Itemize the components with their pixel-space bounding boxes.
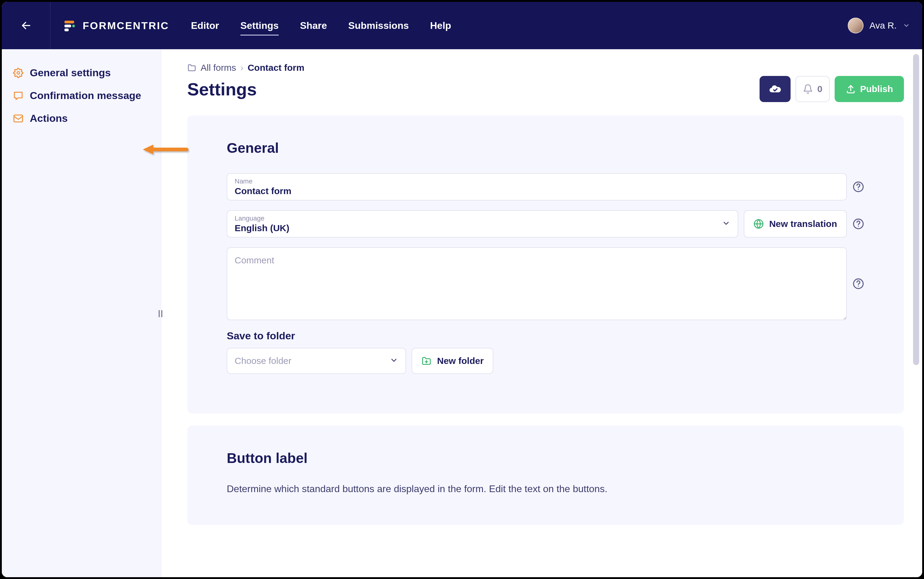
sidebar-item-label: Actions: [30, 113, 68, 124]
new-folder-label: New folder: [437, 356, 483, 366]
scrollbar-thumb[interactable]: [913, 54, 919, 365]
nav-help[interactable]: Help: [430, 18, 451, 34]
title-actions: 0 Publish: [760, 76, 904, 102]
breadcrumb: All forms › Contact form: [187, 62, 904, 73]
folder-select[interactable]: Choose folder: [227, 348, 406, 374]
svg-point-5: [17, 71, 20, 74]
cloud-save-button[interactable]: [760, 76, 791, 102]
header-left: FORMCENTRIC Editor Settings Share Submis…: [2, 2, 451, 49]
sidebar-item-label: General settings: [30, 67, 111, 79]
new-folder-button[interactable]: New folder: [411, 348, 493, 374]
button-label-card: Button label Determine which standard bu…: [187, 425, 904, 525]
logo-text: FORMCENTRIC: [83, 20, 169, 32]
mail-icon: [13, 113, 24, 124]
nav-submissions[interactable]: Submissions: [348, 18, 409, 34]
user-menu[interactable]: Ava R.: [848, 18, 910, 33]
main-nav: Editor Settings Share Submissions Help: [191, 18, 451, 34]
button-label-card-title: Button label: [227, 450, 864, 466]
name-input[interactable]: [235, 186, 839, 196]
breadcrumb-current[interactable]: Contact form: [248, 62, 305, 73]
new-translation-label: New translation: [769, 219, 837, 229]
globe-icon: [754, 219, 764, 229]
svg-rect-1: [64, 21, 74, 23]
breadcrumb-separator: ›: [241, 62, 244, 73]
app-header: FORMCENTRIC Editor Settings Share Submis…: [2, 2, 922, 49]
publish-button[interactable]: Publish: [835, 76, 904, 102]
folder-select-placeholder: Choose folder: [235, 356, 292, 366]
button-label-card-description: Determine which standard buttons are dis…: [227, 483, 864, 494]
settings-sidebar: General settings Confirmation message Ac…: [2, 49, 161, 577]
notification-button[interactable]: 0: [795, 76, 830, 102]
svg-rect-4: [64, 29, 69, 31]
back-button[interactable]: [2, 2, 51, 49]
avatar: [848, 18, 863, 33]
upload-icon: [845, 84, 856, 94]
svg-rect-6: [14, 115, 23, 122]
logo-mark-icon: [64, 20, 76, 32]
notification-count: 0: [818, 84, 822, 94]
comment-textarea[interactable]: [227, 247, 847, 320]
nav-editor[interactable]: Editor: [191, 18, 219, 34]
sidebar-item-label: Confirmation message: [30, 90, 141, 101]
breadcrumb-all-forms[interactable]: All forms: [201, 62, 236, 73]
bell-icon: [803, 84, 813, 94]
sidebar-item-confirmation-message[interactable]: Confirmation message: [2, 84, 161, 107]
svg-point-3: [72, 25, 75, 27]
new-translation-button[interactable]: New translation: [744, 210, 847, 237]
chevron-down-icon: [722, 219, 731, 229]
svg-rect-2: [64, 25, 71, 27]
nav-settings[interactable]: Settings: [241, 18, 279, 34]
general-card-title: General: [227, 140, 864, 156]
nav-share[interactable]: Share: [300, 18, 327, 34]
language-value: English (UK): [235, 223, 731, 233]
main-content: All forms › Contact form Settings 0: [161, 49, 922, 577]
folder-plus-icon: [421, 356, 432, 366]
page-title: Settings: [187, 79, 760, 99]
chevron-down-icon: [903, 22, 910, 29]
chevron-down-icon: [390, 356, 398, 366]
save-to-folder-label: Save to folder: [227, 330, 864, 342]
logo[interactable]: FORMCENTRIC: [51, 20, 185, 32]
language-field-label: Language: [235, 214, 731, 222]
scrollbar[interactable]: [913, 54, 919, 572]
language-select[interactable]: Language English (UK): [227, 210, 738, 237]
folder-icon: [187, 63, 197, 72]
name-field[interactable]: Name: [227, 173, 847, 201]
sidebar-collapse-handle[interactable]: ||: [155, 307, 166, 319]
name-field-label: Name: [235, 177, 839, 185]
title-row: Settings 0 Publish: [187, 76, 904, 102]
help-icon[interactable]: [852, 218, 864, 230]
help-icon[interactable]: [852, 278, 864, 290]
comment-icon: [13, 90, 24, 101]
help-icon[interactable]: [852, 181, 864, 193]
gear-icon: [13, 67, 24, 79]
arrow-left-icon: [21, 20, 32, 31]
sidebar-item-general-settings[interactable]: General settings: [2, 61, 161, 84]
general-card: General Name Language English (UK): [187, 115, 904, 414]
user-name-label: Ava R.: [870, 20, 897, 31]
cloud-check-icon: [768, 82, 782, 96]
publish-label: Publish: [860, 84, 893, 94]
sidebar-item-actions[interactable]: Actions: [2, 107, 161, 130]
